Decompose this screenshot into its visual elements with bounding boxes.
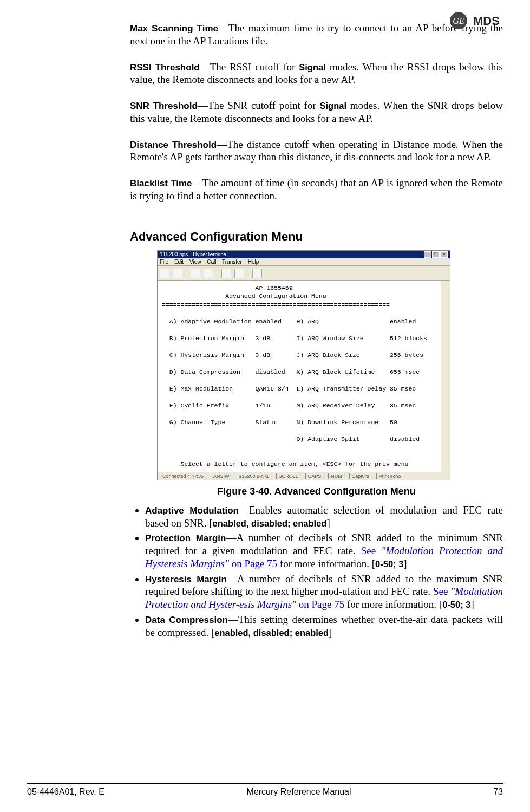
para-snr-threshold: SNR Threshold—The SNR cutoff point for S… [130,99,503,125]
xref-link[interactable]: See [361,545,382,556]
window-titlebar: 115200 bps - HyperTerminal _ □ × [158,251,450,258]
bullet-list: Adaptive Modulation—Enables automatic se… [130,504,503,639]
brand-logo: GE MDS [449,11,508,30]
xref-link[interactable]: on Page 75 [229,558,277,569]
menu-edit[interactable]: Edit [174,259,184,265]
xref-link[interactable]: on Page 75 [296,599,344,610]
footer-title: Mercury Reference Manual [247,787,351,797]
terminal-window: 115200 bps - HyperTerminal _ □ × File Ed… [157,250,450,480]
figure-caption: Figure 3-40. Advanced Configuration Menu [130,486,503,497]
close-icon[interactable]: × [440,251,448,258]
status-emulation: ANSIW [211,473,232,479]
term-protection-margin: Protection Margin [145,533,226,543]
term-adaptive-modulation: Adaptive Modulation [145,505,239,516]
menu-help[interactable]: Help [248,259,259,265]
toolbar-icon[interactable] [252,269,262,278]
svg-text:GE: GE [453,16,464,25]
toolbar-icon[interactable] [160,269,169,278]
window-toolbar [158,266,450,281]
status-num: NUM [328,473,345,479]
text: for more information. [ [344,599,442,610]
text: ] [326,517,330,529]
status-connected: Connected 4:47:35 [160,473,206,479]
toolbar-icon[interactable] [191,269,200,278]
literal: enabled, disabled; enabled [214,628,329,638]
status-serial: 115200 8-N-1 [237,473,272,479]
page-footer: 05-4446A01, Rev. E Mercury Reference Man… [27,783,503,797]
toolbar-icon[interactable] [221,269,231,278]
bullet-data-compression: Data Compression—This setting determines… [145,613,503,639]
term-data-compression: Data Compression [145,615,228,625]
status-scroll: SCROLL [276,473,301,479]
term-distance-threshold: Distance Threshold [130,140,217,150]
term-rssi-threshold: RSSI Threshold [130,62,200,73]
window-menubar: File Edit View Call Transfer Help [158,258,450,266]
section-heading: Advanced Configuration Menu [130,230,503,244]
term-snr-threshold: SNR Threshold [130,101,198,111]
term-hysteresis-margin: Hysteresis Margin [145,574,227,584]
window-statusbar: Connected 4:47:35 ANSIW 115200 8-N-1 SCR… [158,472,450,480]
text: ] [403,558,407,569]
text: ] [329,627,332,638]
minimize-icon[interactable]: _ [424,251,431,258]
status-printecho: Print echo [376,473,404,479]
text: —The RSSI cutoff for [200,61,299,73]
text: ] [470,599,474,610]
terminal-body: AP_1655469 Advanced Configuration Menu =… [158,281,450,472]
toolbar-icon[interactable] [234,269,244,278]
literal-signal: Signal [299,62,326,72]
literal: enabled, disabled; enabled [213,518,327,528]
menu-file[interactable]: File [160,259,168,265]
text: —The SNR cutoff point for [198,100,320,111]
window-title: 115200 bps - HyperTerminal [160,251,228,257]
xref-link[interactable]: See [433,586,450,597]
menu-view[interactable]: View [189,259,201,265]
menu-call[interactable]: Call [207,259,216,265]
text: for more information. [ [277,558,375,569]
footer-pagenum: 73 [493,787,503,797]
literal: 0-50; 3 [375,559,403,569]
logo-text: MDS [473,14,500,28]
para-max-scanning-time: Max Scanning Time—The maximum time to tr… [130,22,503,48]
maximize-icon[interactable]: □ [432,251,440,258]
term-blacklist-time: Blacklist Time [130,178,192,189]
toolbar-icon[interactable] [173,269,182,278]
literal-signal: Signal [320,101,347,111]
para-distance-threshold: Distance Threshold—The distance cutoff w… [130,138,503,164]
bullet-protection-margin: Protection Margin—A number of decibels o… [145,531,503,570]
status-capture: Capture [349,473,372,479]
status-caps: CAPS [305,473,324,479]
para-rssi-threshold: RSSI Threshold—The RSSI cutoff for Signa… [130,61,503,87]
footer-docid: 05-4446A01, Rev. E [27,787,104,797]
bullet-hysteresis-margin: Hysteresis Margin—A number of decibels o… [145,573,503,611]
menu-transfer[interactable]: Transfer [222,259,242,265]
literal: 0-50; 3 [442,600,470,609]
para-blacklist-time: Blacklist Time—The amount of time (in se… [130,177,503,203]
toolbar-icon[interactable] [204,269,213,278]
bullet-adaptive-modulation: Adaptive Modulation—Enables automatic se… [145,504,503,530]
term-max-scanning-time: Max Scanning Time [130,23,218,34]
